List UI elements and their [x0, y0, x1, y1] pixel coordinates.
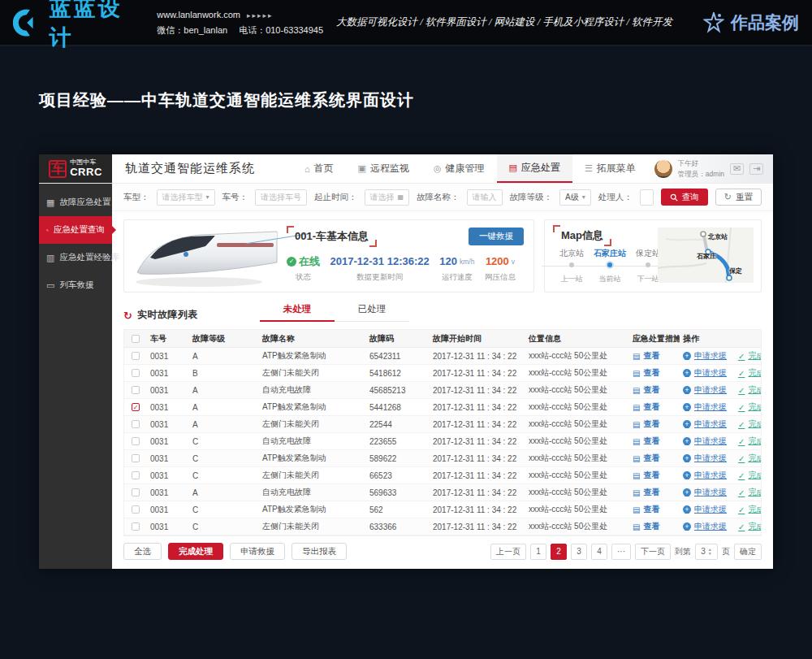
- train-info-card: 001-车基本信息 一键救援 ✓在线 状态 2017-12-31 12:36:2…: [123, 219, 534, 293]
- reset-button[interactable]: ↻重置: [715, 189, 762, 206]
- view-link[interactable]: ▤查看: [633, 350, 676, 362]
- complete-link[interactable]: ✓完成处理: [738, 367, 761, 379]
- nav-item-emergency[interactable]: ▤应急处置: [497, 154, 572, 183]
- view-link[interactable]: ▤查看: [633, 521, 676, 532]
- view-doc-icon: ▤: [633, 454, 640, 463]
- jump-page-input[interactable]: 3▲▼: [695, 544, 718, 560]
- complete-link[interactable]: ✓完成处理: [738, 350, 761, 362]
- row-checkbox[interactable]: ✓: [132, 420, 140, 428]
- complete-link[interactable]: ✓完成处理: [738, 436, 761, 447]
- complete-link[interactable]: ✓完成处理: [738, 401, 761, 413]
- row-checkbox[interactable]: ✓: [132, 505, 140, 514]
- apply-rescue-link[interactable]: +申请求援: [683, 521, 727, 532]
- apply-rescue-link[interactable]: +申请求援: [683, 453, 727, 464]
- row-checkbox[interactable]: ✓: [132, 369, 140, 377]
- view-link[interactable]: ▤查看: [633, 384, 676, 396]
- complete-link[interactable]: ✓完成处理: [738, 521, 761, 532]
- view-link[interactable]: ▤查看: [633, 470, 676, 481]
- nav-item-remote-monitor[interactable]: ▣远程监视: [346, 154, 421, 183]
- nav-item-extend-menu[interactable]: ☰拓展菜单: [572, 154, 648, 183]
- tab[interactable]: 已处理: [335, 303, 409, 322]
- sidebar-item-train-rescue[interactable]: ▭列车救援: [39, 271, 112, 299]
- view-link[interactable]: ▤查看: [633, 401, 676, 413]
- sidebar-item-experience-lib[interactable]: ▥应急处置经验库: [39, 244, 112, 271]
- one-key-rescue-button[interactable]: 一键救援: [469, 228, 524, 245]
- page-numbers: 1234···: [530, 544, 631, 560]
- logout-icon[interactable]: ⇥: [749, 163, 763, 175]
- view-link[interactable]: ▤查看: [633, 487, 676, 498]
- apply-rescue-link[interactable]: +申请求援: [683, 384, 727, 396]
- handler-input[interactable]: [640, 189, 654, 206]
- stat-status: ✓在线 状态: [287, 254, 320, 283]
- apply-rescue-button[interactable]: 申请救援: [230, 543, 285, 560]
- view-link[interactable]: ▤查看: [633, 418, 676, 430]
- portfolio-star-icon: [703, 12, 724, 33]
- mail-icon[interactable]: ✉: [730, 163, 744, 175]
- plus-icon: +: [683, 454, 691, 462]
- vehicle-type-select[interactable]: 请选择车型▾: [157, 189, 215, 206]
- complete-button[interactable]: 完成处理: [168, 543, 223, 560]
- mini-map[interactable]: 北京站 石家庄 保定: [658, 228, 754, 283]
- page-number[interactable]: 3: [571, 544, 587, 560]
- next-page-button[interactable]: 下一页: [635, 544, 671, 560]
- complete-link[interactable]: ✓完成处理: [738, 418, 761, 430]
- nav-item-health[interactable]: ◎健康管理: [421, 154, 497, 183]
- fault-level-select[interactable]: A级▾: [559, 189, 591, 206]
- view-link[interactable]: ▤查看: [633, 436, 676, 447]
- row-checkbox[interactable]: ✓: [132, 471, 140, 479]
- view-link[interactable]: ▤查看: [633, 504, 676, 515]
- site-contact: www.lanlanwork.com▸▸▸▸▸ 微信：ben_lanlan电话：…: [157, 7, 323, 37]
- row-checkbox[interactable]: ✓: [132, 488, 140, 496]
- select-all-checkbox[interactable]: [132, 335, 140, 343]
- apply-rescue-link[interactable]: +申请求援: [683, 418, 727, 430]
- complete-link[interactable]: ✓完成处理: [738, 470, 761, 481]
- complete-link[interactable]: ✓完成处理: [738, 504, 761, 515]
- page-number[interactable]: 2: [551, 544, 567, 560]
- row-checkbox[interactable]: ✓: [132, 352, 140, 360]
- crrc-emblem-icon: 车: [49, 160, 67, 178]
- apply-rescue-link[interactable]: +申请求援: [683, 367, 727, 379]
- page-number[interactable]: 1: [530, 544, 546, 560]
- view-doc-icon: ▤: [633, 386, 640, 395]
- stepper-icon[interactable]: ▲▼: [708, 548, 712, 556]
- apply-rescue-link[interactable]: +申请求援: [683, 350, 727, 362]
- refresh-icon[interactable]: ↻: [123, 310, 132, 322]
- complete-link[interactable]: ✓完成处理: [738, 487, 761, 498]
- apply-rescue-link[interactable]: +申请求援: [683, 470, 727, 481]
- row-checkbox[interactable]: ✓: [132, 454, 140, 462]
- view-link[interactable]: ▤查看: [633, 367, 676, 379]
- page-number[interactable]: ···: [611, 544, 631, 560]
- site-url[interactable]: www.lanlanwork.com: [157, 10, 240, 20]
- apply-rescue-link[interactable]: +申请求援: [683, 504, 727, 515]
- avatar[interactable]: [654, 160, 672, 178]
- fault-name-input[interactable]: 请输入: [467, 189, 503, 206]
- prev-page-button[interactable]: 上一页: [490, 544, 526, 560]
- complete-link[interactable]: ✓完成处理: [738, 453, 761, 464]
- app-nav: ⌂首页 ▣远程监视 ◎健康管理 ▤应急处置 ☰拓展菜单: [292, 154, 648, 183]
- view-link[interactable]: ▤查看: [633, 453, 676, 464]
- sidebar-item-emergency-query[interactable]: 应急处置查询: [39, 216, 112, 244]
- confirm-page-button[interactable]: 确定: [734, 544, 762, 560]
- crrc-logo[interactable]: 车 中国中车 CRRC: [39, 154, 112, 183]
- select-all-button[interactable]: 全选: [123, 543, 162, 560]
- map-info-card: Map信息 北京站 上一站 石家庄站 当前站: [544, 219, 762, 293]
- apply-rescue-link[interactable]: +申请求援: [683, 436, 727, 447]
- site-logo[interactable]: 蓝蓝设计: [13, 0, 144, 52]
- row-checkbox[interactable]: ✓: [132, 522, 140, 531]
- apply-rescue-link[interactable]: +申请求援: [683, 487, 727, 498]
- portfolio-link[interactable]: 作品案例: [703, 11, 799, 34]
- sidebar-item-fault-emergency[interactable]: ▦故障应急处置: [39, 189, 112, 216]
- export-button[interactable]: 导出报表: [292, 543, 347, 560]
- time-range-picker[interactable]: 请选择▦: [365, 189, 410, 206]
- row-checkbox[interactable]: ✓: [132, 403, 140, 411]
- page-number[interactable]: 4: [591, 544, 607, 560]
- row-checkbox[interactable]: ✓: [132, 386, 140, 394]
- filter-bar: 车型： 请选择车型▾ 车号： 请选择车号 起止时间： 请选择▦ 故障名称： 请输…: [112, 184, 773, 211]
- complete-link[interactable]: ✓完成处理: [738, 384, 761, 396]
- car-no-input[interactable]: 请选择车号: [255, 189, 307, 206]
- tab[interactable]: 未处理: [260, 303, 335, 322]
- nav-item-home[interactable]: ⌂首页: [292, 154, 346, 183]
- row-checkbox[interactable]: ✓: [132, 437, 140, 445]
- search-button[interactable]: 查询: [661, 189, 708, 206]
- apply-rescue-link[interactable]: +申请求援: [683, 401, 727, 413]
